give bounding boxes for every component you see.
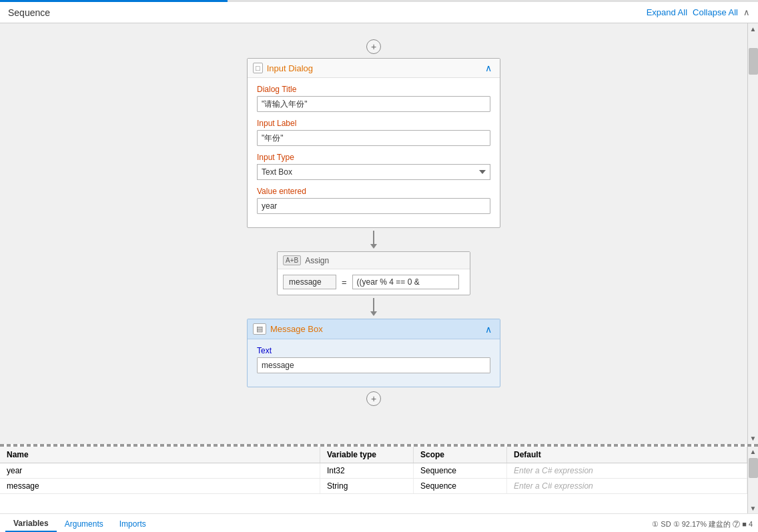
input-dialog-header: □ Input Dialog ∧ xyxy=(248,59,500,78)
value-entered-label: Value entered xyxy=(257,187,490,196)
var-message-default[interactable]: Enter a C# expression xyxy=(507,479,747,493)
dialog-title-input[interactable] xyxy=(257,96,490,112)
col-vartype-header: Variable type xyxy=(320,447,414,463)
message-box-block: ▤ Message Box ∧ Text xyxy=(247,319,500,387)
bottom-tabs: Variables Arguments Imports ① SD ① 92.17… xyxy=(0,513,758,532)
text-field: Text xyxy=(257,346,490,373)
value-entered-field: Value entered xyxy=(257,187,490,214)
col-default-header: Default xyxy=(507,447,747,463)
sequence-title: Sequence xyxy=(8,7,50,18)
dialog-title-field: Dialog Title xyxy=(257,85,490,112)
assign-block: A+B Assign message = ((year % 4 == 0 & xyxy=(277,251,470,295)
message-box-collapse-button[interactable]: ∧ xyxy=(482,324,494,335)
var-year-default[interactable]: Enter a C# expression xyxy=(507,463,747,478)
table-row: year Int32 Sequence Enter a C# expressio… xyxy=(0,463,747,479)
collapse-all-button[interactable]: Collapse All xyxy=(693,7,738,17)
status-text: ① SD ① 92.17% 建盆的 ⑦ ■ 4 xyxy=(652,519,753,529)
table-row: message String Sequence Enter a C# expre… xyxy=(0,479,747,494)
panel-scroll-down[interactable]: ▼ xyxy=(749,503,758,513)
text-input[interactable] xyxy=(257,357,490,373)
var-message-scope: Sequence xyxy=(414,479,507,493)
expand-all-button[interactable]: Expand All xyxy=(647,7,687,17)
var-year-type: Int32 xyxy=(320,463,414,478)
canvas-scrollbar: ▲ ▼ xyxy=(747,23,758,444)
scroll-thumb[interactable] xyxy=(749,48,758,75)
panel-scrollbar: ▲ ▼ xyxy=(747,447,758,513)
message-box-title: Message Box xyxy=(270,324,323,334)
top-bar: Sequence Expand All Collapse All ∧ xyxy=(0,2,758,23)
assign-body: message = ((year % 4 == 0 & xyxy=(278,269,470,295)
arrow-head xyxy=(370,244,377,249)
var-message-type: String xyxy=(320,479,414,493)
tab-imports[interactable]: Imports xyxy=(111,517,154,531)
input-type-select[interactable]: Text Box xyxy=(257,164,490,180)
assign-expression[interactable]: ((year % 4 == 0 & xyxy=(352,275,459,289)
dialog-title-label: Dialog Title xyxy=(257,85,490,94)
assign-icon: A+B xyxy=(283,255,301,265)
assign-header: A+B Assign xyxy=(278,252,470,269)
arrow-head-2 xyxy=(370,311,377,316)
input-dialog-icon: □ xyxy=(253,63,263,73)
input-label-input[interactable] xyxy=(257,130,490,146)
var-year-name: year xyxy=(0,463,320,478)
plus-icon-bottom: + xyxy=(371,394,376,403)
panel-scroll-thumb[interactable] xyxy=(749,458,758,478)
assign-title: Assign xyxy=(305,256,329,265)
panel-scroll-up[interactable]: ▲ xyxy=(749,447,758,457)
progress-bar xyxy=(0,0,758,2)
arrow-connector-2 xyxy=(370,298,377,316)
assign-equals: = xyxy=(339,277,350,287)
arrow-line xyxy=(373,231,374,244)
tab-variables[interactable]: Variables xyxy=(5,516,57,532)
input-type-field: Input Type Text Box xyxy=(257,153,490,180)
top-bar-actions: Expand All Collapse All ∧ xyxy=(647,7,750,17)
plus-icon: + xyxy=(371,42,376,51)
main-area: + □ Input Dialog ∧ Dialog Title xyxy=(0,23,758,444)
input-dialog-block: □ Input Dialog ∧ Dialog Title Input Labe… xyxy=(247,58,500,228)
add-activity-bottom-button[interactable]: + xyxy=(366,391,381,406)
message-box-header: ▤ Message Box ∧ xyxy=(248,319,500,339)
var-message-name: message xyxy=(0,479,320,493)
collapse-chevron-icon[interactable]: ∧ xyxy=(743,7,750,17)
input-dialog-body: Dialog Title Input Label Input Type Text… xyxy=(248,78,500,227)
col-name-header: Name xyxy=(0,447,320,463)
input-type-label: Input Type xyxy=(257,153,490,162)
add-activity-top-button[interactable]: + xyxy=(366,39,381,54)
input-label-field: Input Label xyxy=(257,119,490,146)
variables-panel: Name Variable type Scope Default year In… xyxy=(0,445,758,532)
variables-table: Name Variable type Scope Default year In… xyxy=(0,447,747,513)
arrow-connector-1 xyxy=(370,231,377,249)
message-box-icon: ▤ xyxy=(253,323,266,335)
text-label: Text xyxy=(257,346,490,355)
value-entered-input[interactable] xyxy=(257,198,490,214)
var-year-scope: Sequence xyxy=(414,463,507,478)
input-dialog-collapse-button[interactable]: ∧ xyxy=(482,63,494,73)
scroll-down-arrow[interactable]: ▼ xyxy=(748,433,758,444)
table-header: Name Variable type Scope Default xyxy=(0,447,747,463)
assign-variable[interactable]: message xyxy=(283,275,336,289)
message-box-body: Text xyxy=(248,339,500,387)
panel-container: Name Variable type Scope Default year In… xyxy=(0,447,758,513)
tab-arguments[interactable]: Arguments xyxy=(57,517,111,531)
canvas-area: + □ Input Dialog ∧ Dialog Title xyxy=(0,23,747,444)
workflow-canvas: + □ Input Dialog ∧ Dialog Title xyxy=(234,30,514,422)
scroll-up-arrow[interactable]: ▲ xyxy=(748,23,758,35)
arrow-line-2 xyxy=(373,298,374,311)
col-scope-header: Scope xyxy=(414,447,507,463)
input-label-label: Input Label xyxy=(257,119,490,128)
input-dialog-title: Input Dialog xyxy=(267,63,313,73)
